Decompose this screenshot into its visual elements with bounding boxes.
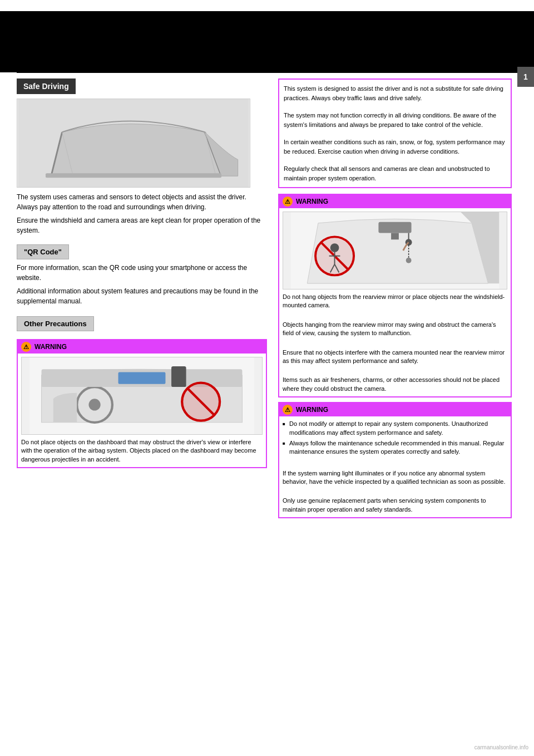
body-text-1: The system uses cameras and sensors to d… [17,192,267,212]
watermark: carmanualsonline.info [474,744,528,750]
info-text-1: This system is designed to assist the dr… [284,84,506,102]
rearview-no-symbol-illustration [283,212,507,289]
warning-text-right-1c: Ensure that no objects interfere with th… [283,348,507,366]
warning-box-left: ⚠ WARNING [17,339,267,468]
info-box-pink: This system is designed to assist the dr… [278,78,512,188]
svg-rect-13 [378,222,411,233]
section-tab: Safe Driving [17,78,76,94]
body-text-2: Ensure the windshield and camera areas a… [17,215,267,235]
svg-rect-3 [46,173,221,178]
qr-text-1: For more information, scan the QR code u… [17,263,267,283]
top-black-bar [0,11,534,72]
svg-point-19 [330,243,339,252]
rearview-warning-image [283,212,507,289]
svg-rect-8 [118,372,166,384]
car-illustration [17,99,250,187]
svg-point-16 [406,258,412,263]
dashboard-no-symbol-illustration [22,357,262,434]
warning-extra-1: If the system warning light illuminates … [283,469,507,487]
warning-box-right-2: ⚠ WARNING Do not modify or attempt to re… [278,402,512,518]
chapter-number: 1 [523,72,528,81]
info-text-3: In certain weather conditions such as ra… [284,138,506,156]
warning-header-right-1: ⚠ WARNING [279,195,511,208]
warning-box-right-1: ⚠ WARNING [278,194,512,397]
warning-text-right-1d: Items such as air fresheners, charms, or… [283,376,507,393]
svg-point-6 [88,399,100,410]
warning-text-right-1a: Do not hang objects from the rearview mi… [283,293,507,310]
left-column: Safe Driving [17,73,273,528]
bullet-item-2: Always follow the maintenance schedule r… [283,439,507,456]
svg-rect-9 [171,366,186,387]
info-text-2: The system may not function correctly in… [284,111,506,129]
warning-triangle-icon-2: ⚠ [283,197,293,207]
warning-extra-2: Only use genuine replacement parts when … [283,497,507,514]
car-image [17,99,250,188]
warning-text-left: Do not place objects on the dashboard th… [21,438,263,464]
qr-section-tab: "QR Code" [17,244,69,259]
main-content: Safe Driving [17,73,517,528]
warning-triangle-icon: ⚠ [21,342,31,352]
svg-rect-14 [391,233,399,239]
dashboard-warning-image [21,357,263,435]
info-text-4: Regularly check that all sensors and cam… [284,164,506,183]
right-column: This system is designed to assist the dr… [273,73,512,528]
warning-text-right-1b: Objects hanging from the rearview mirror… [283,321,507,338]
chapter-tab: 1 [517,67,534,87]
qr-text-2: Additional information about system feat… [17,286,267,306]
other-precautions-tab: Other Precautions [17,316,94,331]
warning-header-left: ⚠ WARNING [18,340,266,354]
bullet-item-1: Do not modify or attempt to repair any s… [283,420,507,437]
warning-triangle-icon-3: ⚠ [283,405,293,415]
warning-bullet-list: Do not modify or attempt to repair any s… [283,420,507,456]
warning-header-right-2: ⚠ WARNING [279,403,511,416]
